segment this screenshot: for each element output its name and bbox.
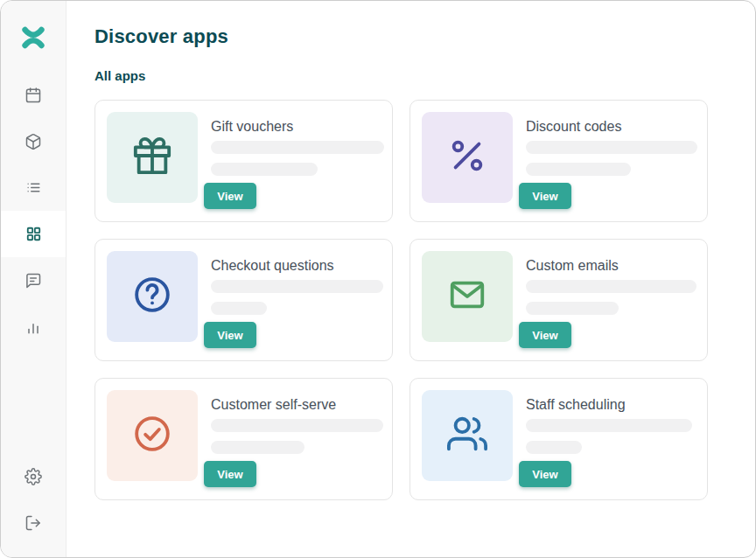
card-title: Customer self-serve (211, 396, 381, 414)
app-card-gift-vouchers: Gift vouchersView (94, 100, 393, 222)
sidebar-item-package[interactable] (1, 118, 66, 164)
card-body: Customer self-serveView (211, 390, 381, 487)
card-title: Discount codes (526, 118, 696, 136)
app-icon-tile (107, 390, 198, 481)
view-button[interactable]: View (204, 183, 256, 209)
app-icon-tile (107, 251, 198, 342)
apps-grid: Gift vouchersViewDiscount codesViewCheck… (94, 100, 755, 500)
placeholder-line-1 (526, 419, 692, 432)
view-button[interactable]: View (204, 322, 256, 348)
calendar-icon (24, 87, 42, 104)
placeholder-line-1 (211, 141, 384, 154)
sidebar-item-list[interactable] (1, 164, 66, 211)
card-body: Checkout questionsView (211, 251, 381, 348)
app-icon-tile (422, 112, 513, 203)
placeholder-line-2 (526, 163, 631, 176)
card-body: Custom emailsView (526, 251, 696, 348)
app-icon-tile (107, 112, 198, 203)
section-title: All apps (94, 67, 755, 84)
placeholder-line-1 (526, 141, 697, 154)
view-button[interactable]: View (519, 461, 571, 487)
placeholder-line-2 (526, 441, 582, 454)
view-button[interactable]: View (204, 461, 256, 487)
placeholder-line-1 (211, 419, 383, 432)
view-button[interactable]: View (519, 183, 571, 209)
users-icon (447, 414, 487, 457)
card-title: Gift vouchers (211, 118, 381, 136)
sidebar-item-logout[interactable] (1, 499, 66, 546)
sidebar-item-calendar[interactable] (1, 72, 66, 118)
mail-icon (447, 275, 487, 318)
card-body: Discount codesView (526, 112, 696, 209)
brand-logo-icon[interactable] (20, 24, 46, 51)
card-body: Staff schedulingView (526, 390, 696, 487)
message-icon (24, 272, 42, 289)
card-title: Checkout questions (211, 257, 381, 275)
app-card-custom-emails: Custom emailsView (410, 239, 708, 361)
placeholder-line-1 (526, 280, 696, 293)
placeholder-line-2 (211, 163, 318, 176)
app-window: Discover apps All apps Gift vouchersView… (0, 0, 756, 558)
page-title: Discover apps (94, 25, 755, 48)
main-content: Discover apps All apps Gift vouchersView… (66, 1, 755, 557)
app-card-customer-self-serve: Customer self-serveView (94, 378, 393, 500)
list-icon (26, 180, 41, 195)
placeholder-line-2 (211, 441, 304, 454)
card-body: Gift vouchersView (211, 112, 381, 209)
check-circle-icon (132, 414, 172, 457)
app-card-checkout-questions: Checkout questionsView (94, 239, 393, 361)
bar-chart-icon (24, 318, 42, 336)
sidebar-item-settings[interactable] (1, 453, 66, 499)
sidebar-nav (1, 72, 66, 350)
sidebar-item-apps[interactable] (1, 211, 66, 257)
card-title: Custom emails (526, 257, 696, 275)
package-icon (24, 133, 42, 150)
sidebar-item-messages[interactable] (1, 257, 66, 303)
sidebar-item-reports[interactable] (1, 303, 66, 350)
placeholder-line-2 (526, 302, 619, 315)
card-title: Staff scheduling (526, 396, 696, 414)
gift-icon (132, 136, 172, 179)
sidebar-footer (1, 453, 66, 557)
sidebar (1, 1, 66, 557)
placeholder-line-2 (211, 302, 267, 315)
app-icon-tile (422, 390, 513, 481)
logout-icon (24, 514, 42, 532)
app-icon-tile (422, 251, 513, 342)
placeholder-line-1 (211, 280, 383, 293)
grid-icon (25, 226, 42, 242)
question-circle-icon (132, 275, 172, 318)
percent-icon (447, 136, 487, 179)
app-card-staff-scheduling: Staff schedulingView (410, 378, 708, 500)
gear-icon (24, 468, 42, 485)
app-card-discount-codes: Discount codesView (410, 100, 708, 222)
view-button[interactable]: View (519, 322, 571, 348)
